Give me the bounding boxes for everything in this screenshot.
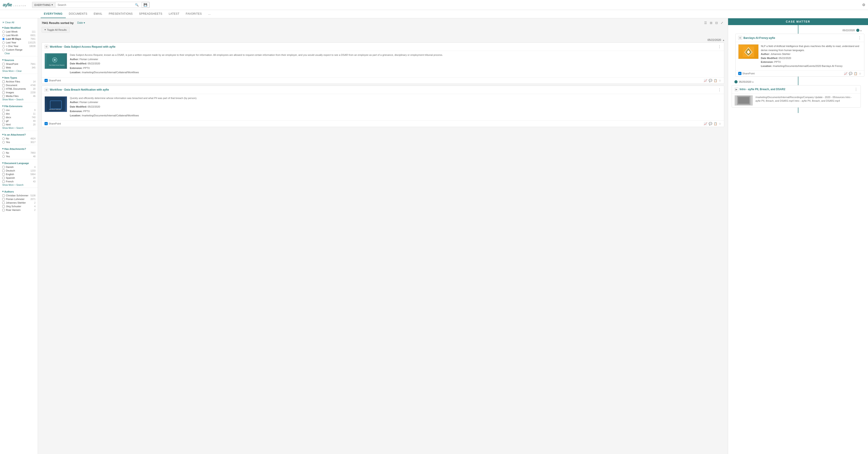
sidebar-item-english[interactable]: English 5964 [0,172,38,176]
expand-view-button[interactable]: ⤢ [720,21,724,25]
timeline-collapse-button-2[interactable]: ▴ [752,80,754,83]
item-types-search[interactable]: Search [16,98,24,101]
rp-actions-barclays: 📈 💬 📋 ☆ [844,72,862,75]
result-star-button-breach[interactable]: ☆ [719,122,721,125]
sidebar-item-spanish[interactable]: Spanish 20 [0,176,38,180]
result-star-button-dsar[interactable]: ☆ [719,79,721,82]
result-title-breach[interactable]: Workflow - Data Breach Notification with… [50,88,716,91]
sources-show-more[interactable]: Show More [2,70,14,72]
sidebar-item-doc[interactable]: doc 11 [0,112,38,116]
tab-documents[interactable]: DOCUMENTS [66,10,91,18]
sort-select[interactable]: Date ▾ [77,21,85,24]
clear-all-button[interactable]: ✕ Clear All [0,20,38,25]
item-types-show-more[interactable]: Show More [2,98,14,101]
collapse-date-group-button[interactable]: ▴ [723,38,724,41]
settings-button[interactable]: ⚙ [862,3,865,7]
file-ext-show-more[interactable]: Show More [2,127,14,129]
sidebar-date-modified-title[interactable]: ▾ Date Modified [0,25,38,30]
result-more-button-dsar[interactable]: ⋮ [718,44,721,49]
result-copy-button-dsar[interactable]: 📋 [714,79,717,82]
sidebar-item-deutsch[interactable]: Deutsch 1233 [0,169,38,172]
sidebar-item-roar[interactable]: Roar Hansen 2 [0,208,38,212]
rp-star-button-barclays[interactable]: ☆ [859,72,862,75]
sidebar-item-document[interactable]: Document 4748 [0,84,38,87]
result-title-dsar[interactable]: Workflow - Data Subject Access Request w… [50,45,716,48]
tab-spreadsheets[interactable]: SPREADSHEETS [136,10,165,18]
save-search-button[interactable]: 💾 [142,2,149,8]
sidebar-item-web[interactable]: Web 345 [0,66,38,69]
rp-card-intro-more-button[interactable]: ⋮ [854,87,858,92]
doc-lang-search[interactable]: Search [16,184,24,186]
result-thumbnail-dsar: Data Subject Access Requests with ayfie [44,53,67,75]
sidebar-item-last-month[interactable]: Last Month 6931 [0,33,38,37]
sidebar-item-docx[interactable]: docx 740 [0,116,38,119]
rp-card-barclays-more-button[interactable]: ⋮ [858,36,862,40]
sidebar-item-johannes[interactable]: Johannes Stiehler 2 [0,201,38,204]
sidebar-item-types-title[interactable]: ▾ Item Types [0,75,38,80]
search-button[interactable]: 🔍 [133,2,141,8]
timeline-collapse-button[interactable]: ▴ [860,29,862,32]
sidebar-item-sharepoint[interactable]: SharePoint 7941 [0,62,38,66]
sidebar-has-attachments-title[interactable]: ▾ Has Attachments? [0,146,38,151]
rp-copy-button-barclays[interactable]: 📋 [854,72,857,75]
sidebar-item-html-documents[interactable]: HTML Documents 20 [0,87,38,91]
tab-more[interactable]: ... [205,10,214,18]
sidebar-file-extensions-title[interactable]: ▾ File Extensions [0,103,38,108]
date-clear-link[interactable]: Clear [2,52,12,55]
tab-email[interactable]: EMAIL [90,10,105,18]
search-input[interactable] [55,2,133,8]
sidebar-item-last-90-days[interactable]: Last 90 Days 7941 [0,37,38,41]
sidebar-sources-title[interactable]: ▾ Sources [0,57,38,62]
sidebar-item-gif[interactable]: gif 44 [0,119,38,123]
timeline-dot-05-22-2020 [856,29,860,32]
sidebar-doc-language-title[interactable]: ▾ Document Language [0,160,38,165]
timeline: 05/22/2020 ▴ ⊞ Barclays-AI-Frenzy-ayfie … [728,25,868,113]
result-comment-button-dsar[interactable]: 💬 [709,79,712,82]
search-dropdown[interactable]: EVERYTHING ▾ [32,2,55,7]
result-trending-button-breach[interactable]: 📈 [704,122,707,125]
result-copy-button-breach[interactable]: 📋 [714,122,717,125]
sidebar-item-christian[interactable]: Christian Schömmer 5108 [0,194,38,197]
sidebar-item-no-attachments[interactable]: No 7893 [0,151,38,155]
sidebar-is-attachment-title[interactable]: ▾ Is an Attachment? [0,132,38,137]
sidebar-item-danish[interactable]: Danish 4 [0,165,38,169]
rp-card-barclays-title[interactable]: Barclays-AI-Frenzy-ayfie [743,36,857,39]
tile-view-button[interactable]: ⊟ [714,21,719,25]
rp-trending-button-barclays[interactable]: 📈 [844,72,847,75]
sidebar-item-is-attachment[interactable]: Yes 3017 [0,140,38,144]
result-comment-button-breach[interactable]: 💬 [709,122,712,125]
sidebar-item-custom-range[interactable]: Custom Range [0,48,38,52]
chevron-down-icon: ▾ [2,133,4,136]
toggle-all-results-button[interactable]: ▾ Toggle All Results [41,27,70,33]
grid-view-button[interactable]: ⊞ [709,21,713,25]
sidebar-item-not-attachment[interactable]: No 4924 [0,137,38,140]
sidebar-item-csv[interactable]: csv 9 [0,108,38,112]
item-types-links: Show More • Search [0,98,38,101]
doc-lang-links: Show More • Search [0,183,38,187]
tab-everything[interactable]: EVERYTHING [41,10,66,18]
sidebar-item-html[interactable]: html 20 [0,123,38,126]
sidebar-item-media-files[interactable]: Media Files 46 [0,94,38,98]
sharepoint-icon2: S [44,122,48,125]
tab-presentations[interactable]: PRESENTATIONS [105,10,136,18]
sidebar-item-jorg[interactable]: Jörg Schuster 4 [0,204,38,208]
sidebar-item-images[interactable]: Images 2230 [0,91,38,94]
tab-favorites[interactable]: FAVORITES [183,10,205,18]
sidebar-item-has-attachments[interactable]: Yes 48 [0,155,38,158]
tab-latest[interactable]: LATEST [165,10,182,18]
rp-comment-button-barclays[interactable]: 💬 [849,72,852,75]
doc-lang-show-more[interactable]: Show More [2,184,14,186]
sources-clear[interactable]: Clear [16,70,22,72]
rp-card-intro-title[interactable]: Intro - ayfie PII, Breach, and DSAR2 [740,88,853,91]
sidebar-item-french[interactable]: French 43 [0,180,38,183]
sidebar-authors-title[interactable]: ▾ Authors [0,189,38,194]
sidebar-item-florian[interactable]: Florian Lohmeier 2071 [0,197,38,201]
result-more-button-breach[interactable]: ⋮ [718,88,721,92]
list-view-button[interactable]: ☰ [703,21,708,25]
sidebar-item-last-year[interactable]: Last Year 116125 [0,41,38,44]
sidebar-item-last-week[interactable]: Last Week 111 [0,30,38,33]
sidebar-item-one-year[interactable]: > One Year 18038 [0,44,38,48]
result-trending-button-dsar[interactable]: 📈 [704,79,707,82]
file-ext-search[interactable]: Search [16,127,24,129]
sidebar-item-archive-files[interactable]: Archive Files 14 [0,80,38,84]
